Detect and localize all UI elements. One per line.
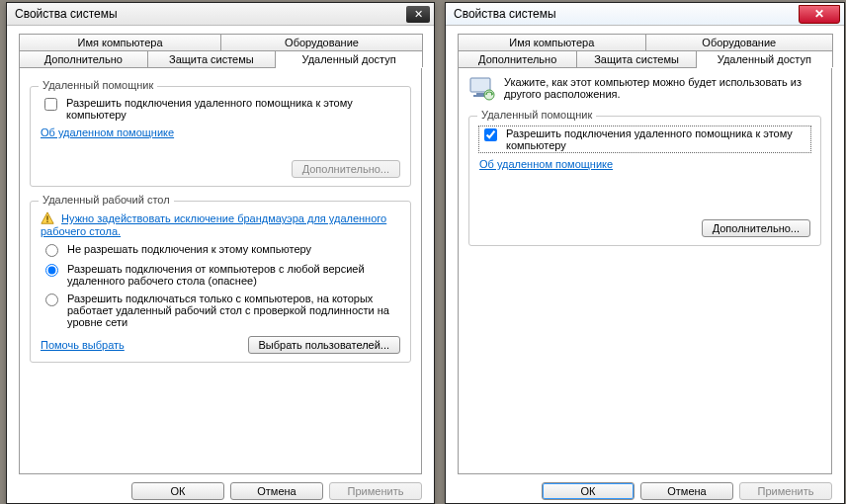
titlebar: Свойства системы ✕ [7, 3, 434, 26]
remote-assistant-legend: Удаленный помощник [39, 79, 157, 91]
apply-button[interactable]: Применить [739, 482, 832, 500]
cancel-button[interactable]: Отмена [230, 482, 323, 500]
dialog-system-properties-left: Свойства системы ✕ Имя компьютера Оборуд… [6, 2, 435, 504]
dialog-system-properties-right: Свойства системы ✕ Имя компьютера Оборуд… [445, 2, 845, 504]
remote-info-icon [468, 76, 496, 102]
tab-remote[interactable]: Удаленный доступ [275, 50, 423, 67]
help-choose-link[interactable]: Помочь выбрать [41, 339, 125, 351]
group-remote-desktop: Удаленный рабочий стол Нужно задействова… [30, 201, 411, 363]
tab-hardware[interactable]: Оборудование [645, 34, 834, 50]
group-remote-assistant: Удаленный помощник Разрешить подключения… [30, 86, 411, 187]
rdp-radio-any-label: Разрешать подключения от компьютеров с л… [67, 263, 400, 287]
rdp-radio-any[interactable] [45, 264, 58, 277]
tab-advanced[interactable]: Дополнительно [19, 50, 148, 67]
remote-assistant-checkbox-text: Разрешить подключения удаленного помощни… [506, 127, 809, 151]
svg-rect-2 [46, 221, 47, 222]
rdp-radio-nla[interactable] [45, 294, 58, 306]
ok-button[interactable]: ОК [131, 482, 224, 500]
assistant-advanced-button[interactable]: Дополнительно... [292, 160, 400, 178]
remote-assistant-checkbox-text: Разрешить подключения удаленного помощни… [66, 97, 400, 121]
tab-computer-name[interactable]: Имя компьютера [19, 34, 221, 50]
remote-assistant-checkbox[interactable] [44, 98, 57, 111]
tabs: Имя компьютера Оборудование Дополнительн… [19, 34, 422, 474]
warning-icon [41, 211, 54, 225]
tab-system-protection[interactable]: Защита системы [147, 50, 277, 67]
rdp-option-any[interactable]: Разрешать подключения от компьютеров с л… [41, 263, 400, 287]
close-button[interactable]: ✕ [799, 5, 840, 24]
rdp-radio-deny-label: Не разрешать подключения к этому компьют… [67, 243, 311, 255]
remote-assistant-checkbox-label[interactable]: Разрешить подключения удаленного помощни… [41, 97, 400, 121]
tab-hardware[interactable]: Оборудование [220, 34, 423, 50]
tab-remote[interactable]: Удаленный доступ [696, 50, 833, 67]
firewall-exception-link[interactable]: Нужно задействовать исключение брандмауэ… [41, 212, 386, 237]
titlebar: Свойства системы ✕ [446, 3, 844, 26]
svg-rect-1 [46, 215, 47, 219]
cancel-button[interactable]: Отмена [640, 482, 733, 500]
tabs: Имя компьютера Оборудование Дополнительн… [458, 34, 832, 474]
tab-remote-page: Удаленный помощник Разрешить подключения… [19, 67, 422, 474]
about-assistant-link[interactable]: Об удаленном помощнике [41, 126, 174, 138]
ok-button[interactable]: ОК [542, 482, 634, 500]
remote-assistant-checkbox[interactable] [484, 128, 497, 141]
tab-advanced[interactable]: Дополнительно [458, 50, 577, 67]
rdp-option-deny[interactable]: Не разрешать подключения к этому компьют… [41, 243, 400, 257]
svg-rect-4 [476, 93, 484, 95]
about-assistant-link[interactable]: Об удаленном помощнике [479, 158, 613, 170]
window-title: Свойства системы [454, 7, 799, 21]
assistant-advanced-button[interactable]: Дополнительно... [702, 219, 810, 237]
close-button[interactable]: ✕ [406, 6, 430, 23]
remote-desktop-legend: Удаленный рабочий стол [39, 194, 174, 206]
remote-assistant-legend: Удаленный помощник [477, 109, 596, 121]
rdp-option-nla[interactable]: Разрешить подключаться только с компьюте… [41, 293, 400, 328]
group-remote-assistant: Удаленный помощник Разрешить подключения… [468, 116, 821, 246]
tab-system-protection[interactable]: Защита системы [576, 50, 696, 67]
remote-info-text: Укажите, как этот компьютер можно будет … [504, 76, 821, 100]
rdp-radio-nla-label: Разрешить подключаться только с компьюте… [67, 293, 400, 328]
tab-computer-name[interactable]: Имя компьютера [458, 34, 646, 50]
tab-remote-page: Укажите, как этот компьютер можно будет … [458, 67, 832, 474]
rdp-radio-deny[interactable] [45, 244, 58, 257]
window-title: Свойства системы [15, 7, 406, 21]
remote-assistant-checkbox-label[interactable]: Разрешить подключения удаленного помощни… [479, 126, 810, 152]
apply-button[interactable]: Применить [329, 482, 422, 500]
select-users-button[interactable]: Выбрать пользователей... [248, 336, 401, 354]
